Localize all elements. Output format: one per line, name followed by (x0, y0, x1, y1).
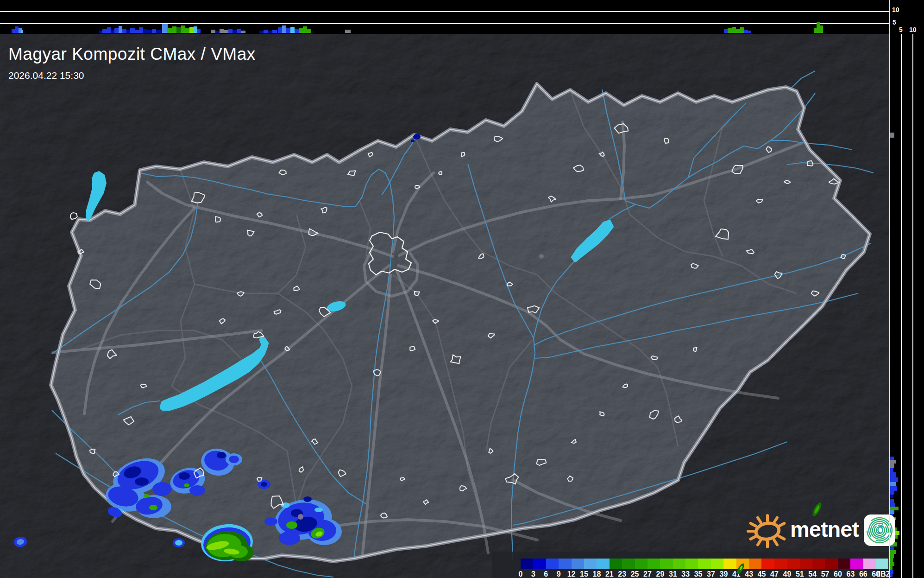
top-profile-bar (268, 31, 272, 33)
colorbar-swatch (610, 559, 622, 569)
right-axis-tick-5: 5 (899, 26, 903, 33)
colorbar-swatch (572, 559, 584, 569)
top-profile-bar (237, 29, 241, 33)
top-profile-bar (156, 30, 161, 33)
colorbar-tick-label: 6 (544, 570, 548, 578)
colorbar-swatch (685, 559, 698, 569)
top-profile-bar (272, 30, 277, 33)
top-profile-bar (744, 30, 748, 33)
right-profile-bar (890, 574, 893, 577)
top-profile-bar (215, 31, 220, 33)
colorbar-tick-label: 12 (567, 570, 576, 578)
top-profile-bar (211, 30, 215, 33)
top-profile-bar (220, 29, 224, 33)
right-profile-bar (890, 133, 894, 138)
right-profile-bar (890, 464, 894, 468)
right-profile-bar (890, 570, 893, 574)
colorbar-tick-label: 3 (531, 570, 535, 578)
top-profile-bar (241, 31, 245, 33)
right-profile-bar (890, 486, 897, 491)
colorbar-swatch (635, 559, 647, 569)
colorbar-swatch (660, 559, 673, 569)
right-profile-bar (890, 554, 894, 558)
top-profile-bar (278, 27, 282, 33)
top-profile-bar (303, 26, 307, 33)
colorbar-swatch (673, 559, 685, 569)
top-profile-bar (724, 29, 728, 33)
colorbar-tick-label: 45 (758, 570, 766, 578)
top-profile-bar (168, 28, 172, 33)
top-profile-bar (264, 30, 268, 33)
colorbar-swatch (749, 559, 761, 569)
spiral-app-icon (863, 514, 896, 546)
top-profile-bar (197, 29, 201, 33)
colorbar-swatch (812, 559, 825, 569)
top-profile-bar (107, 27, 111, 33)
page-title: Magyar Kompozit CMax / VMax (8, 44, 256, 64)
right-profile-bar (890, 495, 893, 498)
right-profile-bar (890, 472, 896, 477)
colorbar-tick-label: 25 (631, 570, 639, 578)
colorbar-tick-label: 18 (592, 570, 601, 578)
top-profile-bar (748, 31, 751, 33)
right-profile-bar (890, 499, 894, 503)
top-profile-bar (736, 29, 740, 33)
colorbar-swatch (787, 559, 799, 569)
top-gridline-10 (0, 11, 889, 12)
top-profile-bar (139, 27, 143, 33)
top-profile-bar (15, 26, 19, 33)
colorbar-unit: dBZ (876, 570, 890, 578)
colorbar-tick-label: 39 (719, 570, 728, 578)
colorbar-swatch (838, 559, 850, 569)
colorbar-tick-label: 0 (519, 570, 523, 578)
top-profile-bar (189, 27, 194, 33)
top-profile-bar (147, 30, 152, 33)
right-profile-bar (890, 477, 898, 482)
timestamp: 2026.04.22 15:30 (8, 70, 256, 81)
top-profile-bar (345, 30, 351, 33)
colorbar-swatch (533, 559, 546, 569)
colorbar-swatch (622, 559, 635, 569)
top-profile-bar (299, 28, 303, 33)
top-axis-tick-5: 5 (893, 19, 896, 25)
top-profile-bar (122, 29, 126, 33)
top-profile-bar (817, 22, 820, 33)
colorbar-swatch (521, 559, 533, 569)
title-block: Magyar Kompozit CMax / VMax 2026.04.22 1… (8, 44, 256, 81)
colorbar-swatch (559, 559, 571, 569)
colorbar-swatch (647, 559, 660, 569)
right-profile-bar (890, 558, 893, 562)
colorbar-tick-label: 33 (681, 570, 690, 578)
right-profile-bar (890, 491, 894, 495)
colorbar-swatches (521, 559, 888, 569)
dbz-colorbar: 0369121518212325272931333537394143454749… (492, 552, 889, 578)
top-profile-bar (119, 26, 122, 33)
top-profile-bar (130, 28, 135, 33)
top-profile-bar (259, 31, 264, 33)
top-profile-bar (111, 30, 114, 33)
top-profile-bar (820, 25, 823, 33)
right-profile-bar (890, 468, 893, 472)
right-axis-tick-10: 10 (909, 26, 917, 33)
top-profile-bar (162, 24, 168, 33)
top-profile-bar (176, 27, 181, 33)
colorbar-tick-label: 9 (557, 570, 561, 578)
top-profile-bar (102, 29, 107, 33)
radar-map-area (0, 34, 889, 578)
colorbar-swatch (850, 559, 863, 569)
right-profile-bar (890, 457, 894, 460)
colorbar-swatch (584, 559, 597, 569)
metnet-logo: metnet (747, 509, 896, 552)
colorbar-tick-label: 49 (783, 570, 791, 578)
colorbar-swatch (774, 559, 787, 569)
logo-text: metnet (790, 516, 859, 542)
map-right-border-line (889, 0, 890, 578)
right-profile-bar (890, 566, 893, 570)
right-profile-bar (890, 460, 896, 464)
top-profile-bar (12, 29, 15, 33)
colorbar-swatch (711, 559, 723, 569)
radar-app-window: 10 5 5 10 Magyar Kompozit CMax / VMax 20… (0, 0, 924, 578)
top-profile-bar (185, 28, 189, 33)
colorbar-tick-label: 23 (618, 570, 626, 578)
colorbar-tick-label: 57 (821, 570, 830, 578)
